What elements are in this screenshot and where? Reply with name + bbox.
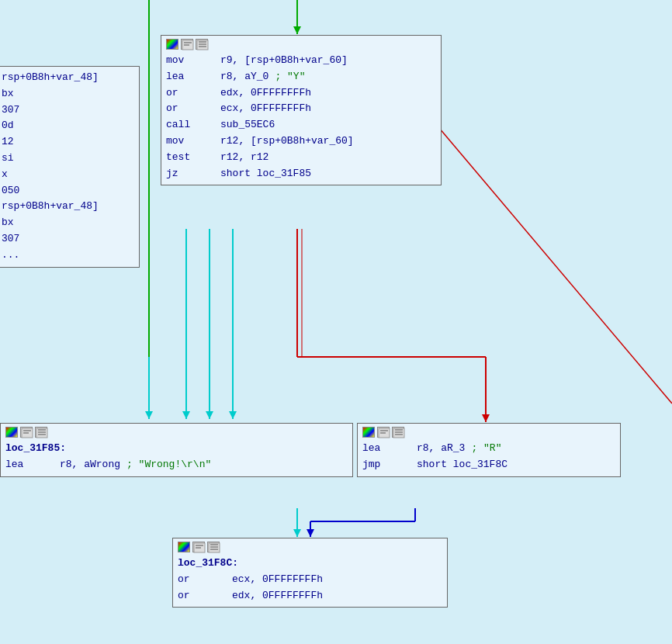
list-icon[interactable] [196, 39, 208, 50]
code-line-or-edx: or edx, 0FFFFFFFFh [178, 588, 442, 604]
code-line-4: or ecx, 0FFFFFFFFh [166, 101, 436, 117]
partial-line: 0d [2, 118, 134, 134]
code-label-31f8c: loc_31F8C: [178, 556, 442, 572]
bottom-left-block: loc_31F85: lea r8, aWrong ; "Wrong!\r\n" [0, 423, 353, 477]
code-label-line: loc_31F85: [5, 441, 348, 457]
svg-marker-22 [307, 529, 314, 537]
bottom-center-block: loc_31F8C: or ecx, 0FFFFFFFFh or edx, 0F… [172, 538, 448, 608]
partial-line: ... [2, 248, 134, 264]
block-toolbar[interactable] [166, 39, 436, 50]
code-line-8: jz short loc_31F85 [166, 166, 436, 182]
color-icon[interactable] [362, 427, 375, 438]
color-icon[interactable] [178, 542, 190, 552]
svg-marker-13 [206, 411, 213, 419]
code-line-lea-r: lea r8, aR_3 ; "R" [362, 441, 615, 457]
partial-line: bx [2, 86, 134, 102]
partial-line: 12 [2, 134, 134, 151]
list-icon[interactable] [207, 542, 220, 552]
code-line-6: mov r12, [rsp+0B8h+var_60] [166, 133, 436, 150]
svg-marker-1 [293, 26, 301, 34]
partial-line: bx [2, 215, 134, 231]
block-toolbar[interactable] [178, 542, 442, 552]
edit-icon[interactable] [192, 542, 205, 552]
partial-line: rsp+0B8h+var_48] [2, 199, 134, 215]
partial-line: rsp+0B8h+var_48] [2, 70, 134, 86]
block-toolbar[interactable] [362, 427, 615, 438]
svg-marker-15 [229, 411, 237, 419]
edit-icon[interactable] [20, 427, 33, 438]
partial-line: x [2, 167, 134, 183]
code-line-5: call sub_55EC6 [166, 117, 436, 133]
code-line-or-ecx: or ecx, 0FFFFFFFFh [178, 572, 442, 588]
code-line-2: lea r8, aY_0 ; "Y" [166, 69, 436, 85]
partial-line: si [2, 151, 134, 167]
edit-icon[interactable] [181, 39, 193, 50]
top-center-block: mov r9, [rsp+0B8h+var_60] lea r8, aY_0 ;… [161, 35, 442, 185]
list-icon[interactable] [392, 427, 404, 438]
block-toolbar[interactable] [5, 427, 348, 438]
left-partial-block: rsp+0B8h+var_48] bx 307 0d 12 si x 050 r… [0, 66, 140, 268]
edit-icon[interactable] [377, 427, 390, 438]
svg-marker-9 [145, 411, 153, 419]
color-icon[interactable] [5, 427, 18, 438]
color-icon[interactable] [166, 39, 178, 50]
partial-line: 307 [2, 231, 134, 248]
partial-line: 307 [2, 102, 134, 119]
list-icon[interactable] [35, 427, 47, 438]
code-line-lea: lea r8, aWrong ; "Wrong!\r\n" [5, 457, 348, 473]
code-line-jmp: jmp short loc_31F8C [362, 457, 615, 473]
code-line-1: mov r9, [rsp+0B8h+var_60] [166, 53, 436, 69]
svg-marker-11 [182, 411, 190, 419]
code-line-3: or edx, 0FFFFFFFFh [166, 85, 436, 102]
partial-line: 050 [2, 183, 134, 199]
svg-marker-18 [293, 529, 301, 537]
code-line-7: test r12, r12 [166, 150, 436, 166]
svg-line-7 [439, 128, 672, 403]
bottom-right-block: lea r8, aR_3 ; "R" jmp short loc_31F8C [357, 423, 621, 477]
svg-marker-6 [482, 414, 490, 422]
